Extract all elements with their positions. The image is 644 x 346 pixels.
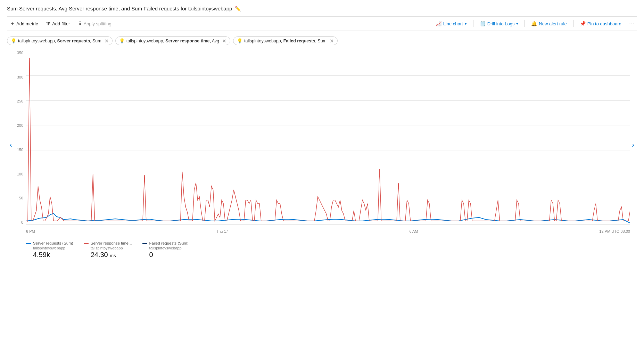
pin-icon: 📌 <box>580 21 586 26</box>
toolbar-divider-1 <box>473 20 473 27</box>
legend-item-response-time: Server response time... tailspintoysweba… <box>84 241 132 259</box>
legend-name-2: Server response time... <box>91 241 132 245</box>
metric-close-2[interactable]: ✕ <box>222 39 226 43</box>
more-options-button[interactable]: ··· <box>626 19 637 28</box>
page-title: Sum Server requests, Avg Server response… <box>7 6 232 11</box>
legend-color-2 <box>84 243 89 244</box>
pin-label: Pin to dashboard <box>587 21 621 26</box>
line-chart-label: Line chart <box>443 21 463 26</box>
metric-text-3: tailspintoyswebapp, Failed requests, Sum <box>244 39 327 43</box>
legend-name-3: Failed requests (Sum) <box>149 241 189 245</box>
metric-close-1[interactable]: ✕ <box>105 39 109 43</box>
legend-sub-3: tailspintoyswebapp <box>142 246 189 250</box>
toolbar: ✦ Add metric ⧩ Add filter ⠿ Apply splitt… <box>7 16 637 31</box>
add-filter-icon: ⧩ <box>46 21 50 27</box>
toolbar-divider-2 <box>525 20 525 27</box>
chart-area: 0 50 100 150 200 250 300 350 <box>7 51 637 238</box>
metric-close-3[interactable]: ✕ <box>330 39 334 43</box>
legend-color-3 <box>142 243 147 244</box>
legend-item-failed-requests: Failed requests (Sum) tailspintoyswebapp… <box>142 241 189 259</box>
page-container: Sum Server requests, Avg Server response… <box>0 0 644 346</box>
metric-pill-server-response-time[interactable]: 💡 tailspintoyswebapp, Server response ti… <box>115 36 230 45</box>
new-alert-rule-button[interactable]: 🔔 New alert rule <box>528 19 570 28</box>
legend-header-3: Failed requests (Sum) <box>142 241 189 245</box>
y-label-100: 100 <box>7 172 26 176</box>
drill-into-logs-button[interactable]: 🗒️ Drill into Logs ▾ <box>476 19 522 28</box>
apply-splitting-icon: ⠿ <box>78 21 82 26</box>
server-requests-line <box>26 213 630 223</box>
metric-icon-3: 💡 <box>237 38 242 43</box>
y-label-150: 150 <box>7 148 26 152</box>
apply-splitting-label: Apply splitting <box>83 21 111 26</box>
alert-icon: 🔔 <box>531 21 537 26</box>
toolbar-right: 📈 Line chart ▾ 🗒️ Drill into Logs ▾ 🔔 Ne… <box>432 19 637 28</box>
chart-y-axis: 0 50 100 150 200 250 300 350 <box>7 51 26 224</box>
legend-value-3: 0 <box>142 251 189 259</box>
chart-svg <box>26 51 630 224</box>
x-label-6am: 6 AM <box>409 229 418 233</box>
chart-wrapper: ‹ › 0 50 100 150 200 250 300 350 <box>7 51 637 238</box>
line-chart-chevron: ▾ <box>465 22 467 26</box>
y-label-200: 200 <box>7 123 26 127</box>
server-response-time-line <box>26 58 630 221</box>
alert-label: New alert rule <box>539 21 567 26</box>
y-label-350: 350 <box>7 51 26 55</box>
grid-line-0 <box>26 224 630 225</box>
x-label-6pm: 6 PM <box>26 229 35 233</box>
toolbar-left: ✦ Add metric ⧩ Add filter ⠿ Apply splitt… <box>7 19 432 28</box>
legend-value-1: 4.59k <box>26 251 73 259</box>
add-filter-button[interactable]: ⧩ Add filter <box>43 19 73 28</box>
chart-x-axis: 6 PM Thu 17 6 AM 12 PM UTC-08:00 <box>26 228 630 238</box>
legend-unit-2: ms <box>110 253 116 258</box>
legend-value-2: 24.30 ms <box>84 251 132 259</box>
y-label-0: 0 <box>7 220 26 224</box>
legend-name-1: Server requests (Sum) <box>33 241 73 245</box>
legend-sub-2: tailspintoyswebapp <box>84 246 132 250</box>
legend-sub-1: tailspintoyswebapp <box>26 246 73 250</box>
apply-splitting-button[interactable]: ⠿ Apply splitting <box>75 19 115 28</box>
legend-item-server-requests: Server requests (Sum) tailspintoyswebapp… <box>26 241 73 259</box>
add-metric-icon: ✦ <box>10 21 15 26</box>
legend-color-1 <box>26 243 31 244</box>
legend-value-2-num: 24.30 <box>91 251 108 258</box>
metric-text-2: tailspintoyswebapp, Server response time… <box>126 39 219 43</box>
add-metric-button[interactable]: ✦ Add metric <box>7 19 41 28</box>
toolbar-divider-3 <box>573 20 573 27</box>
y-label-50: 50 <box>7 196 26 200</box>
drill-logs-label: Drill into Logs <box>487 21 515 26</box>
legend-area: Server requests (Sum) tailspintoyswebapp… <box>7 241 637 259</box>
line-chart-icon: 📈 <box>436 21 441 26</box>
metric-icon-2: 💡 <box>119 38 125 43</box>
metric-pill-server-requests[interactable]: 💡 tailspintoyswebapp, Server requests, S… <box>7 36 113 45</box>
y-label-250: 250 <box>7 99 26 103</box>
x-label-thu17: Thu 17 <box>216 229 228 233</box>
title-row: Sum Server requests, Avg Server response… <box>7 6 637 11</box>
legend-header-2: Server response time... <box>84 241 132 245</box>
metric-text-1: tailspintoyswebapp, Server requests, Sum <box>18 39 101 43</box>
drill-logs-icon: 🗒️ <box>480 21 486 26</box>
chart-main <box>26 51 630 224</box>
metric-pill-failed-requests[interactable]: 💡 tailspintoyswebapp, Failed requests, S… <box>233 36 338 45</box>
legend-header-1: Server requests (Sum) <box>26 241 73 245</box>
x-label-12pm: 12 PM UTC-08:00 <box>599 229 630 233</box>
line-chart-button[interactable]: 📈 Line chart ▾ <box>432 19 470 28</box>
metric-icon-1: 💡 <box>11 38 16 43</box>
edit-icon[interactable]: ✏️ <box>235 6 241 11</box>
pin-to-dashboard-button[interactable]: 📌 Pin to dashboard <box>576 19 625 28</box>
add-filter-label: Add filter <box>52 21 70 26</box>
metrics-row: 💡 tailspintoyswebapp, Server requests, S… <box>7 34 637 47</box>
drill-logs-chevron: ▾ <box>516 22 518 26</box>
y-label-300: 300 <box>7 75 26 79</box>
add-metric-label: Add metric <box>16 21 38 26</box>
